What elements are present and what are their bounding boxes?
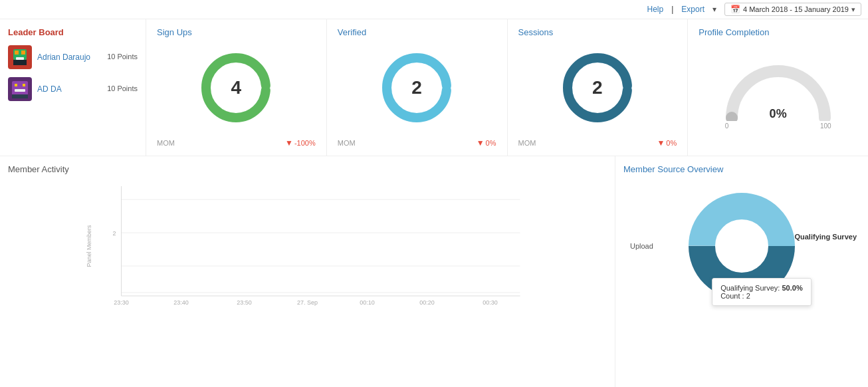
leader-item-1: Adrian Daraujo 10 Points bbox=[8, 45, 138, 69]
gauge-value: 0% bbox=[770, 107, 787, 121]
signups-donut-container: 4 bbox=[157, 43, 316, 133]
svg-text:23:50: 23:50 bbox=[237, 299, 252, 306]
svg-text:Panel Members: Panel Members bbox=[86, 225, 92, 267]
calendar-icon: 📅 bbox=[730, 5, 740, 14]
sessions-value: 2 bbox=[592, 77, 603, 98]
svg-text:00:30: 00:30 bbox=[483, 299, 498, 306]
svg-rect-2 bbox=[15, 51, 19, 55]
verified-donut: 2 bbox=[377, 48, 457, 128]
leader-info-1: Adrian Daraujo 10 Points bbox=[37, 53, 138, 62]
signups-card: Sign Ups 4 MOM ▼ -100% bbox=[146, 19, 327, 156]
signups-footer: MOM ▼ -100% bbox=[157, 138, 316, 148]
sessions-title: Sessions bbox=[518, 27, 677, 37]
help-link[interactable]: Help bbox=[647, 5, 664, 14]
sessions-donut: 2 bbox=[558, 48, 637, 128]
tooltip-line1: Qualifying Survey: 50.0% bbox=[720, 284, 803, 292]
sessions-donut-container: 2 bbox=[518, 43, 677, 133]
svg-text:27. Sep: 27. Sep bbox=[297, 299, 318, 306]
leader-name-2[interactable]: AD DA bbox=[37, 84, 62, 94]
verified-donut-container: 2 bbox=[338, 43, 496, 133]
top-row: Leader Board Adrian Daraujo 10 Points bbox=[0, 19, 868, 156]
sessions-footer: MOM ▼ 0% bbox=[518, 138, 677, 148]
svg-text:00:10: 00:10 bbox=[360, 299, 375, 306]
avatar-1 bbox=[8, 45, 32, 69]
avatar-2-img bbox=[8, 77, 32, 101]
gauge-min: 0 bbox=[725, 122, 729, 130]
svg-rect-4 bbox=[16, 57, 24, 60]
top-bar: Help | Export ▾ 📅 4 March 2018 - 15 Janu… bbox=[0, 0, 868, 19]
chart-area: Panel Members 2 23:30 23:40 23:50 27. Se… bbox=[8, 180, 607, 313]
sessions-arrow: ▼ bbox=[657, 138, 665, 148]
tooltip-line2: Count : 2 bbox=[720, 292, 803, 300]
verified-mom-value: ▼ 0% bbox=[477, 138, 496, 148]
tooltip-count-label: Count : bbox=[720, 292, 744, 300]
leader-board-panel: Leader Board Adrian Daraujo 10 Points bbox=[0, 19, 146, 156]
verified-title: Verified bbox=[338, 27, 496, 37]
member-activity-title: Member Activity bbox=[8, 164, 607, 174]
verified-arrow: ▼ bbox=[477, 138, 485, 148]
tooltip-percent: 50.0% bbox=[782, 284, 802, 292]
gauge-max: 100 bbox=[820, 122, 831, 130]
svg-text:2: 2 bbox=[112, 230, 116, 237]
source-title: Member Source Overview bbox=[623, 164, 860, 174]
avatar-2 bbox=[8, 77, 32, 101]
export-link[interactable]: Export bbox=[681, 5, 705, 14]
signups-title: Sign Ups bbox=[157, 27, 316, 37]
gauge-container: 0% 0 100 bbox=[699, 43, 857, 148]
leader-points-2: 10 Points bbox=[107, 84, 138, 92]
leader-info-2: AD DA 10 Points bbox=[37, 84, 138, 94]
svg-rect-8 bbox=[15, 84, 17, 86]
verified-footer: MOM ▼ 0% bbox=[338, 138, 496, 148]
svg-rect-11 bbox=[12, 94, 28, 98]
member-activity-panel: Member Activity Panel Members 2 bbox=[0, 156, 615, 387]
member-source-panel: Member Source Overview Upload bbox=[615, 156, 868, 387]
date-range-text: 4 March 2018 - 15 January 2019 bbox=[743, 5, 849, 13]
source-tooltip: Qualifying Survey: 50.0% Count : 2 bbox=[712, 278, 812, 306]
source-label-right: Qualifying Survey bbox=[794, 233, 857, 241]
main-layout: Leader Board Adrian Daraujo 10 Points bbox=[0, 19, 868, 387]
signups-value: 4 bbox=[231, 77, 242, 98]
tooltip-count-value: 2 bbox=[746, 292, 750, 300]
signups-donut: 4 bbox=[196, 48, 276, 128]
source-label-left: Upload bbox=[630, 242, 653, 250]
leaderboard-title: Leader Board bbox=[8, 27, 138, 37]
sessions-card: Sessions 2 MOM ▼ 0% bbox=[508, 19, 689, 156]
svg-rect-9 bbox=[23, 84, 25, 86]
export-chevron[interactable]: ▾ bbox=[712, 5, 716, 14]
divider: | bbox=[671, 5, 673, 14]
svg-rect-3 bbox=[21, 51, 25, 55]
svg-text:23:30: 23:30 bbox=[114, 299, 129, 306]
sessions-mom-label: MOM bbox=[518, 139, 536, 147]
avatar-1-img bbox=[8, 45, 32, 69]
svg-point-35 bbox=[716, 221, 767, 271]
verified-card: Verified 2 MOM ▼ 0% bbox=[327, 19, 508, 156]
gauge-labels: 0 100 bbox=[725, 122, 831, 130]
sessions-mom-value: ▼ 0% bbox=[657, 138, 677, 148]
svg-text:00:20: 00:20 bbox=[419, 299, 435, 306]
leader-item-2: AD DA 10 Points bbox=[8, 77, 138, 101]
profile-completion-card: Profile Completion 0% 0 100 bbox=[688, 19, 868, 156]
svg-text:23:40: 23:40 bbox=[173, 299, 189, 306]
leader-name-1[interactable]: Adrian Daraujo bbox=[37, 53, 90, 62]
svg-rect-10 bbox=[15, 89, 25, 92]
date-range-chevron: ▾ bbox=[851, 5, 855, 14]
verified-mom-label: MOM bbox=[338, 139, 356, 147]
tooltip-label: Qualifying Survey: bbox=[720, 284, 780, 292]
activity-chart-svg: Panel Members 2 23:30 23:40 23:50 27. Se… bbox=[8, 180, 607, 313]
date-range[interactable]: 📅 4 March 2018 - 15 January 2019 ▾ bbox=[724, 3, 861, 16]
bottom-row: Member Activity Panel Members 2 bbox=[0, 156, 868, 387]
signups-mom-label: MOM bbox=[157, 139, 175, 147]
source-content: Upload Qualifying Survey bbox=[623, 180, 860, 313]
profile-completion-title: Profile Completion bbox=[699, 27, 857, 37]
verified-value: 2 bbox=[411, 77, 422, 98]
signups-arrow: ▼ bbox=[285, 138, 293, 148]
leader-points-1: 10 Points bbox=[107, 53, 138, 61]
gauge-wrap: 0% bbox=[725, 61, 831, 121]
svg-rect-5 bbox=[13, 60, 27, 65]
signups-mom-value: ▼ -100% bbox=[285, 138, 316, 148]
